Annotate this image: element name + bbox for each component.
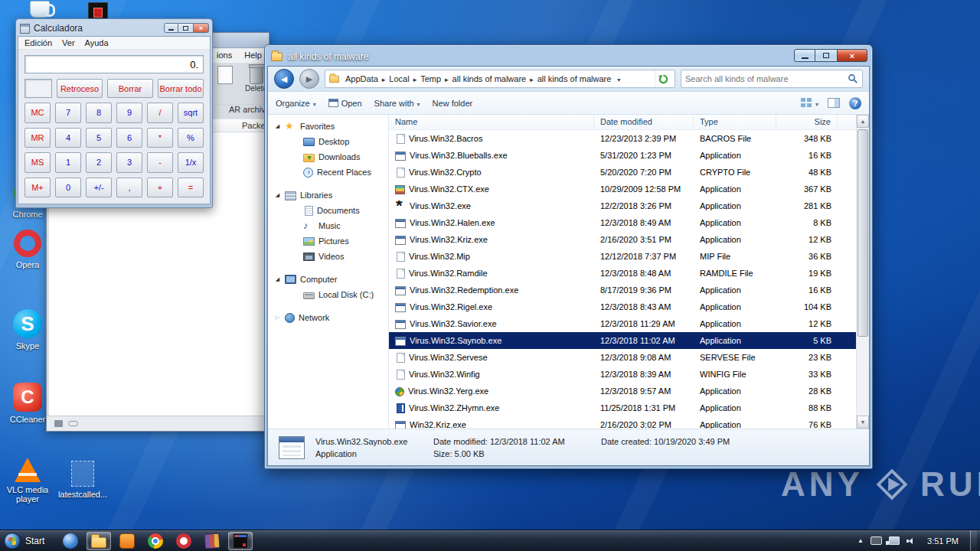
file-row[interactable]: Virus.Win32.Servese 12/3/2018 9:08 AM SE… bbox=[389, 349, 856, 366]
calculator-key[interactable]: 5 bbox=[86, 128, 112, 148]
expand-arrow-icon[interactable] bbox=[274, 315, 281, 321]
column-header-name[interactable]: Name bbox=[389, 115, 594, 129]
breadcrumb-segment[interactable]: all kinds of malware bbox=[449, 74, 534, 83]
file-row[interactable]: Virus.Win32.exe 12/2/2018 3:26 PM Applic… bbox=[389, 197, 856, 214]
calculator-key[interactable]: 6 bbox=[116, 128, 142, 148]
archiver-menu-item[interactable]: Help bbox=[244, 51, 262, 63]
calculator-titlebar[interactable]: Calculadora × bbox=[18, 21, 211, 36]
desktop-icon[interactable]: VLC media player bbox=[2, 458, 54, 504]
sidebar-item[interactable]: Desktop bbox=[268, 134, 388, 149]
archiver-view-button[interactable] bbox=[212, 66, 237, 84]
breadcrumb-segment[interactable]: Temp bbox=[417, 74, 449, 83]
breadcrumb-segment[interactable]: Local bbox=[386, 74, 417, 83]
maximize-button[interactable] bbox=[815, 49, 837, 62]
calculator-key[interactable]: Borrar todo bbox=[158, 79, 204, 98]
maximize-button[interactable] bbox=[178, 23, 193, 33]
calculator-key[interactable]: = bbox=[178, 178, 204, 198]
sidebar-item[interactable]: Downloads bbox=[268, 149, 388, 165]
calculator-key[interactable]: + bbox=[147, 178, 173, 198]
breadcrumb-segment[interactable]: AppData bbox=[342, 74, 386, 83]
sidebar-item[interactable]: Music bbox=[268, 218, 388, 233]
hidden-icons-arrow-icon[interactable]: ▲ bbox=[858, 537, 864, 544]
calculator-key[interactable]: * bbox=[147, 128, 173, 148]
sidebar-item[interactable]: Network bbox=[268, 310, 388, 325]
breadcrumb-segment[interactable]: all kinds of malware bbox=[534, 74, 622, 83]
sidebar-item[interactable]: Documents bbox=[268, 203, 388, 218]
calculator-key[interactable]: / bbox=[147, 103, 173, 123]
search-icon[interactable] bbox=[848, 73, 858, 84]
calculator-key[interactable]: , bbox=[116, 178, 142, 198]
calculator-key[interactable]: - bbox=[147, 152, 173, 173]
taskbar-app-button[interactable] bbox=[200, 532, 224, 550]
calculator-key[interactable]: % bbox=[178, 128, 204, 148]
file-row[interactable]: Virus.Win32.Kriz.exe 2/16/2020 3:51 PM A… bbox=[389, 231, 856, 248]
calculator-key[interactable]: 2 bbox=[86, 152, 112, 173]
file-row[interactable]: Win32.Kriz.exe 2/16/2020 3:02 PM Applica… bbox=[389, 416, 856, 429]
calculator-key[interactable]: 3 bbox=[116, 152, 142, 173]
sidebar-item[interactable]: Recent Places bbox=[268, 165, 388, 180]
file-row[interactable]: Virus.Win32.Mip 12/12/2018 7:37 PM MIP F… bbox=[389, 248, 856, 265]
change-view-button[interactable] bbox=[801, 98, 818, 108]
file-row[interactable]: Virus.Win32.Redemption.exe 8/17/2019 9:3… bbox=[389, 282, 856, 298]
taskbar-app-button[interactable] bbox=[228, 532, 253, 550]
scrollbar-thumb[interactable] bbox=[858, 129, 868, 337]
menu-item[interactable]: Ver bbox=[62, 38, 75, 49]
search-input[interactable] bbox=[685, 74, 848, 83]
share-with-menu-button[interactable]: Share with bbox=[374, 99, 420, 108]
desktop-icon[interactable]: latestcalled... bbox=[57, 461, 109, 499]
taskbar-app-button[interactable] bbox=[58, 532, 83, 550]
sidebar-item[interactable]: Local Disk (C:) bbox=[268, 287, 388, 302]
calculator-key[interactable]: M+ bbox=[24, 178, 51, 198]
clock[interactable]: 3:51 PM bbox=[927, 536, 959, 546]
close-button[interactable]: × bbox=[193, 23, 209, 33]
file-row[interactable]: Virus.Win32.Savior.exe 12/3/2018 11:29 A… bbox=[389, 315, 856, 332]
volume-tray-icon[interactable] bbox=[906, 536, 916, 546]
calculator-key[interactable]: MS bbox=[24, 152, 51, 173]
calculator-key[interactable]: +/- bbox=[86, 178, 112, 198]
sidebar-item[interactable]: Videos bbox=[268, 249, 388, 264]
sidebar-item[interactable]: Libraries bbox=[268, 187, 388, 203]
calculator-key[interactable]: 0 bbox=[55, 178, 81, 198]
calculator-key[interactable]: 9 bbox=[116, 103, 142, 123]
organize-menu-button[interactable]: Organize bbox=[276, 99, 316, 108]
expand-arrow-icon[interactable] bbox=[274, 123, 281, 129]
show-desktop-button[interactable] bbox=[970, 530, 977, 551]
help-button[interactable]: ? bbox=[849, 97, 861, 109]
expand-arrow-icon[interactable] bbox=[274, 276, 281, 282]
scrollbar-track[interactable] bbox=[857, 128, 869, 416]
sidebar-item[interactable]: Pictures bbox=[268, 233, 388, 249]
file-row[interactable]: Virus.Win32.ZHymn.exe 11/25/2018 1:31 PM… bbox=[389, 399, 856, 416]
file-row[interactable]: Virus.Win32.Crypto 5/20/2020 7:20 PM CRY… bbox=[389, 164, 856, 181]
calculator-key[interactable]: 1 bbox=[55, 152, 81, 173]
archiver-menu-item[interactable]: ions bbox=[217, 51, 232, 63]
close-button[interactable]: × bbox=[837, 49, 867, 62]
sidebar-item[interactable]: Favorites bbox=[268, 119, 388, 134]
file-row[interactable]: Virus.Win32.Ramdile 12/3/2018 8:48 AM RA… bbox=[389, 265, 856, 282]
calculator-key[interactable]: MC bbox=[24, 103, 51, 123]
column-header-type[interactable]: Type bbox=[694, 115, 776, 129]
taskbar-app-button[interactable] bbox=[172, 532, 196, 550]
calculator-key[interactable]: 8 bbox=[86, 103, 112, 123]
minimize-button[interactable] bbox=[164, 23, 178, 33]
calculator-key[interactable]: Borrar bbox=[107, 79, 153, 98]
preview-pane-button[interactable] bbox=[828, 98, 840, 108]
calculator-key[interactable]: 1/x bbox=[178, 152, 204, 173]
vertical-scrollbar[interactable]: ▲ ▼ bbox=[856, 115, 869, 429]
calculator-display[interactable]: 0. bbox=[24, 55, 204, 73]
new-folder-button[interactable]: New folder bbox=[433, 99, 473, 108]
back-button[interactable]: ◀ bbox=[274, 69, 294, 89]
breadcrumb[interactable]: AppData Local Temp all kinds of malware … bbox=[325, 70, 675, 88]
taskbar-app-button[interactable] bbox=[87, 532, 111, 550]
taskbar-app-button[interactable] bbox=[143, 532, 168, 550]
breadcrumb-separator-icon[interactable] bbox=[614, 74, 621, 83]
refresh-button[interactable] bbox=[655, 70, 671, 87]
expand-arrow-icon[interactable] bbox=[274, 192, 281, 198]
sidebar-item[interactable]: Computer bbox=[268, 272, 388, 287]
start-button[interactable]: Start bbox=[0, 530, 52, 551]
file-row[interactable]: Virus.Win32.Blueballs.exe 5/31/2020 1:23… bbox=[389, 147, 856, 164]
file-row[interactable]: Virus.Win32.Winfig 12/3/2018 8:39 AM WIN… bbox=[389, 366, 856, 383]
calculator-key[interactable]: Retroceso bbox=[57, 79, 103, 98]
calculator-key[interactable]: 7 bbox=[55, 103, 81, 123]
file-row[interactable]: Virus.Win32.Yerg.exe 12/3/2018 9:57 AM A… bbox=[389, 383, 856, 399]
column-header-date-modified[interactable]: Date modified bbox=[594, 115, 694, 129]
